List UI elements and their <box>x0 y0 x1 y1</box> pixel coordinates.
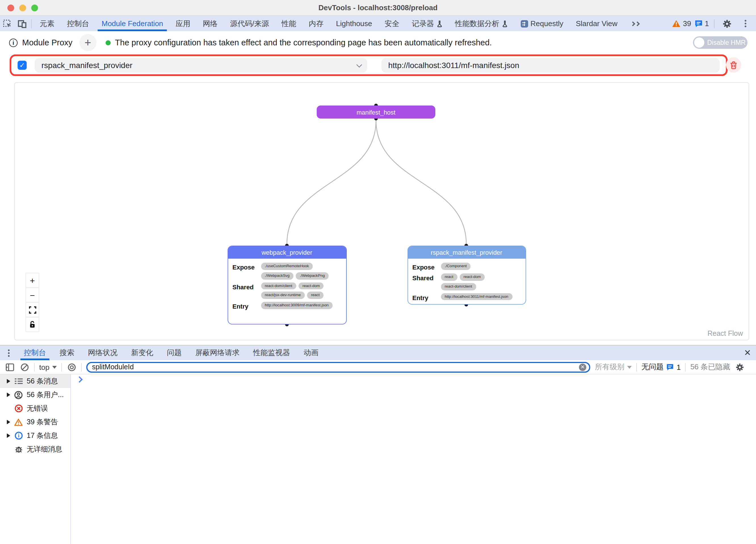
chevron-down-icon <box>627 365 632 368</box>
sidebar-item-errors[interactable]: 无错误 <box>0 402 70 415</box>
messages-badge[interactable]: 1 <box>695 19 709 28</box>
tab-module-federation[interactable]: Module Federation <box>95 16 169 31</box>
node-title: rspack_manifest_provider <box>408 246 525 259</box>
more-options-icon[interactable] <box>738 23 753 24</box>
drawer-tab-issues[interactable]: 问题 <box>160 345 188 360</box>
add-proxy-rule-button[interactable]: + <box>79 34 96 51</box>
info-icon: i <box>9 38 18 47</box>
node-title: webpack_provider <box>228 246 346 259</box>
rule-enabled-checkbox[interactable]: ✓ <box>18 61 27 70</box>
clear-console-icon[interactable] <box>19 362 30 372</box>
expand-arrow-icon[interactable] <box>7 433 10 438</box>
tab-requestly[interactable]: Requestly <box>514 16 570 31</box>
info-icon <box>14 431 23 440</box>
module-proxy-toolbar: i Module Proxy + The proxy configuration… <box>0 31 756 54</box>
reactflow-controls: + − <box>26 273 39 332</box>
tab-recorder[interactable]: 记录器 <box>406 16 449 31</box>
drawer-tab-changes[interactable]: 新变化 <box>124 345 160 360</box>
warning-triangle-icon <box>672 20 681 27</box>
provider-select-value: rspack_manifest_provider <box>41 61 133 70</box>
divider <box>714 19 715 28</box>
shared-label: Shared <box>232 282 257 299</box>
reactflow-attribution[interactable]: React Flow <box>707 329 743 337</box>
drawer-tab-search[interactable]: 搜索 <box>53 345 81 360</box>
window-title: DevTools - localhost:3008/preload <box>0 3 756 12</box>
drawer-tab-performance-monitor[interactable]: 性能监视器 <box>246 345 297 360</box>
entry-tag: http://localhost:3009/mf-manifest.json <box>261 302 333 309</box>
issues-count: 1 <box>677 363 681 371</box>
drawer-tab-network-request-blocking[interactable]: 屏蔽网络请求 <box>188 345 246 360</box>
shared-tag: react/jsx-dev-runtime <box>261 292 305 299</box>
console-filter-input[interactable] <box>92 363 576 371</box>
sidebar-item-user-messages[interactable]: 56 条用户... <box>0 388 70 402</box>
drawer-tab-network-conditions[interactable]: 网络状况 <box>81 345 124 360</box>
node-webpack-provider[interactable]: webpack_provider Expose ./useCustomRemot… <box>227 246 347 324</box>
warnings-badge[interactable]: 39 <box>672 19 691 28</box>
drawer-tab-console[interactable]: 控制台 <box>17 345 53 360</box>
console-prompt-chevron-icon <box>76 376 83 383</box>
provider-select[interactable]: rspack_manifest_provider <box>35 58 367 73</box>
node-rspack-manifest-provider[interactable]: rspack_manifest_provider Expose ./Compon… <box>407 246 526 304</box>
expose-tag: ./Component <box>441 263 471 270</box>
issues-status[interactable]: 无问题 1 <box>641 362 681 372</box>
tab-memory[interactable]: 内存 <box>303 16 330 31</box>
fit-view-icon <box>29 306 36 313</box>
expand-arrow-icon[interactable] <box>7 420 10 424</box>
tab-slardar-view[interactable]: Slardar View <box>570 16 624 31</box>
disable-hmr-toggle[interactable]: Disable HMR <box>693 36 747 49</box>
inspect-element-icon[interactable] <box>0 16 15 31</box>
close-drawer-icon[interactable]: ✕ <box>739 345 756 360</box>
experiment-flask-icon <box>501 20 508 27</box>
tab-console[interactable]: 控制台 <box>61 16 95 31</box>
node-title: manifest_host <box>357 109 396 116</box>
chevron-down-icon <box>52 365 57 368</box>
module-graph-canvas[interactable]: manifest_host webpack_provider Expose ./… <box>14 82 749 340</box>
trash-icon <box>730 61 737 69</box>
tab-security[interactable]: 安全 <box>378 16 406 31</box>
toggle-label: Disable HMR <box>707 39 746 46</box>
tab-lighthouse[interactable]: Lighthouse <box>330 16 378 31</box>
tab-performance[interactable]: 性能 <box>275 16 303 31</box>
drawer-menu-icon[interactable] <box>0 345 17 360</box>
tab-performance-insights[interactable]: 性能数据分析 <box>449 16 514 31</box>
delete-rule-button[interactable] <box>726 57 741 73</box>
tab-network[interactable]: 网络 <box>197 16 224 31</box>
settings-gear-icon[interactable] <box>720 19 734 28</box>
node-manifest-host[interactable]: manifest_host <box>317 106 435 119</box>
device-toolbar-icon[interactable] <box>15 16 30 31</box>
macos-titlebar: DevTools - localhost:3008/preload <box>0 0 756 16</box>
sidebar-item-info[interactable]: 17 条信息 <box>0 429 70 442</box>
console-settings-gear-icon[interactable] <box>735 362 745 372</box>
sidebar-item-warnings[interactable]: 39 条警告 <box>0 415 70 429</box>
experiment-flask-icon <box>436 20 442 27</box>
tab-elements[interactable]: 元素 <box>33 16 61 31</box>
shared-tag: react-dom/client <box>441 283 476 290</box>
tab-application[interactable]: 应用 <box>169 16 197 31</box>
expand-arrow-icon[interactable] <box>7 392 10 397</box>
expand-arrow-icon[interactable] <box>7 379 10 383</box>
zoom-in-button[interactable]: + <box>26 273 39 287</box>
sidebar-item-verbose[interactable]: 无详细消息 <box>0 442 70 456</box>
execution-context-selector[interactable]: top <box>39 363 57 371</box>
manifest-url-input[interactable] <box>388 61 713 70</box>
requestly-icon <box>520 20 528 28</box>
drawer-tab-animations[interactable]: 动画 <box>297 345 325 360</box>
console-messages-area[interactable] <box>72 374 756 544</box>
sidebar-item-all-messages[interactable]: 56 条消息 <box>0 374 70 388</box>
zoom-out-button[interactable]: − <box>26 287 39 302</box>
log-levels-dropdown[interactable]: 所有级别 <box>595 362 632 372</box>
live-expression-eye-icon[interactable] <box>66 362 77 372</box>
messages-count: 1 <box>705 19 709 28</box>
tab-sources[interactable]: 源代码/来源 <box>224 16 275 31</box>
clear-filter-icon[interactable]: ✕ <box>579 363 586 371</box>
console-sidebar-toggle-icon[interactable] <box>5 362 15 372</box>
entry-label: Entry <box>412 293 437 301</box>
more-tabs-chevron[interactable] <box>624 16 645 31</box>
console-drawer-tabbar: 控制台 搜索 网络状况 新变化 问题 屏蔽网络请求 性能监视器 动画 ✕ <box>0 345 756 360</box>
shared-tag: react <box>441 273 457 281</box>
shared-tag: react-dom <box>459 273 485 281</box>
toggle-knob <box>694 37 704 48</box>
console-sidebar: 56 条消息 56 条用户... 无错误 39 条警告 17 条信息 无详细消息 <box>0 374 71 544</box>
lock-interactivity-button[interactable] <box>26 317 39 332</box>
fit-view-button[interactable] <box>26 302 39 317</box>
